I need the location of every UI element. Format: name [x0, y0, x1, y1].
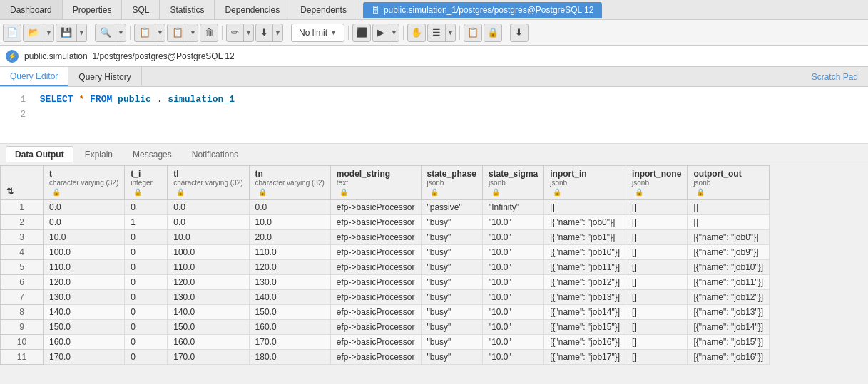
find-button[interactable]: 🔍 ▼: [95, 24, 126, 42]
table-cell: [{"name": "job10"}]: [688, 260, 770, 275]
sort-icon: ⇅: [6, 187, 14, 197]
table-row[interactable]: 5110.00110.0120.0efp->basicProcessor"bus…: [1, 260, 770, 275]
columns-button[interactable]: ☰ ▼: [427, 24, 456, 42]
run-icon: ▶: [373, 24, 389, 41]
tab-query-history[interactable]: Query History: [68, 67, 141, 86]
connection-status-icon: ⚡: [6, 50, 19, 63]
columns-dropdown-arrow[interactable]: ▼: [445, 24, 455, 41]
top-nav: Dashboard Properties SQL Statistics Depe…: [0, 0, 868, 20]
table-cell: 110.0: [168, 260, 249, 275]
table-row[interactable]: 8140.00140.0150.0efp->basicProcessor"bus…: [1, 305, 770, 320]
run-dropdown-arrow[interactable]: ▼: [389, 24, 399, 41]
line-number-2: 2: [9, 108, 26, 122]
col-type-state-phase: jsonb: [427, 179, 476, 187]
table-row[interactable]: 6120.00120.0130.0efp->basicProcessor"bus…: [1, 275, 770, 290]
paste-button[interactable]: 📋 ▼: [167, 24, 198, 42]
save-dropdown-arrow[interactable]: ▼: [76, 24, 86, 41]
col-header-tl[interactable]: tl character varying (32) 🔒: [168, 166, 249, 200]
tab-query-editor[interactable]: Query Editor: [0, 67, 68, 86]
tab-explain[interactable]: Explain: [76, 147, 121, 162]
col-name-tl: tl: [173, 169, 242, 179]
table-row[interactable]: 310.0010.020.0efp->basicProcessor"busy""…: [1, 230, 770, 245]
save-icon: 💾: [56, 24, 76, 41]
find-dropdown-arrow[interactable]: ▼: [116, 24, 126, 41]
table-cell: []: [626, 260, 688, 275]
col-header-ti[interactable]: t_i integer 🔒: [125, 166, 168, 200]
new-file-button[interactable]: 📄: [3, 24, 21, 42]
stop-button[interactable]: ⬛: [352, 24, 371, 42]
table-row[interactable]: 9150.00150.0160.0efp->basicProcessor"bus…: [1, 320, 770, 335]
table-row[interactable]: 10.000.00.0efp->basicProcessor"passive""…: [1, 200, 770, 215]
open-button[interactable]: 📂 ▼: [23, 24, 54, 42]
col-header-inport-in[interactable]: inport_in jsonb 🔒: [544, 166, 626, 200]
copy-button[interactable]: 📋 ▼: [134, 24, 165, 42]
table-cell: 120.0: [168, 275, 249, 290]
nav-dependents[interactable]: Dependents: [290, 0, 357, 19]
table-row[interactable]: 11170.00170.0180.0efp->basicProcessor"bu…: [1, 350, 770, 365]
nav-dashboard[interactable]: Dashboard: [0, 0, 63, 19]
table-cell: efp->basicProcessor: [330, 200, 421, 215]
table-cell: 130.0: [168, 290, 249, 305]
delete-button[interactable]: 🗑: [200, 24, 218, 42]
table-cell: "busy": [421, 320, 482, 335]
move-button[interactable]: ✋: [407, 24, 426, 42]
save-button[interactable]: 💾 ▼: [56, 24, 87, 42]
col-header-tn[interactable]: tn character varying (32) 🔒: [249, 166, 330, 200]
paste-dropdown-arrow[interactable]: ▼: [188, 24, 198, 41]
col-header-t[interactable]: t character varying (32) 🔒: [44, 166, 125, 200]
col-type-outport-out: jsonb: [693, 179, 763, 187]
sql-select: SELECT: [40, 94, 73, 105]
sql-editor[interactable]: 1 SELECT * FROM public . simulation_1 2: [0, 87, 868, 144]
copy-dropdown-arrow[interactable]: ▼: [155, 24, 165, 41]
table-cell: 120.0: [44, 275, 125, 290]
data-table-wrapper[interactable]: ⇅ t character varying (32) 🔒 t_i integer…: [0, 165, 868, 384]
col-header-state-sigma[interactable]: state_sigma jsonb 🔒: [482, 166, 543, 200]
limit-select[interactable]: No limit ▼: [291, 24, 344, 42]
tab-notifications[interactable]: Notifications: [183, 147, 247, 162]
nav-statistics[interactable]: Statistics: [160, 0, 215, 19]
col-header-model-string[interactable]: model_string text 🔒: [330, 166, 421, 200]
clipboard-button[interactable]: 📋: [464, 24, 482, 42]
table-cell: 10.0: [44, 230, 125, 245]
scratch-pad-button[interactable]: Scratch Pad: [802, 67, 868, 86]
col-header-outport-out[interactable]: outport_out jsonb 🔒: [688, 166, 770, 200]
active-query-tab[interactable]: 🗄 public.simulation_1/postgres/postgres@…: [363, 2, 603, 18]
table-cell: efp->basicProcessor: [330, 350, 421, 365]
table-cell: [{"name": "job9"}]: [688, 245, 770, 260]
export-button[interactable]: 🔒: [484, 24, 502, 42]
nav-properties[interactable]: Properties: [63, 0, 123, 19]
table-cell: 130.0: [249, 275, 330, 290]
table-cell: "busy": [421, 230, 482, 245]
table-row[interactable]: 4100.00100.0110.0efp->basicProcessor"bus…: [1, 245, 770, 260]
edit-button[interactable]: ✏ ▼: [226, 24, 254, 42]
open-dropdown-arrow[interactable]: ▼: [44, 24, 53, 41]
tab-data-output[interactable]: Data Output: [6, 146, 73, 162]
download-button[interactable]: ⬇: [510, 24, 529, 42]
table-cell: "busy": [421, 215, 482, 230]
table-row[interactable]: 7130.00130.0140.0efp->basicProcessor"bus…: [1, 290, 770, 305]
table-cell: 0: [125, 230, 168, 245]
table-cell: []: [626, 230, 688, 245]
edit-dropdown-arrow[interactable]: ▼: [243, 24, 253, 41]
export-icon: 🔒: [487, 27, 499, 38]
sep2: [130, 26, 131, 40]
db-icon: 🗄: [372, 6, 379, 14]
col-header-state-phase[interactable]: state_phase jsonb 🔒: [421, 166, 482, 200]
table-cell: 0: [125, 350, 168, 365]
tab-messages[interactable]: Messages: [124, 147, 180, 162]
table-cell: [{"name": "job1"}]: [544, 230, 626, 245]
edit-icon: ✏: [227, 24, 243, 41]
table-row[interactable]: 10160.00160.0170.0efp->basicProcessor"bu…: [1, 335, 770, 350]
col-header-inport-none[interactable]: inport_none jsonb 🔒: [626, 166, 688, 200]
row-number: 11: [1, 350, 44, 365]
table-row[interactable]: 20.010.010.0efp->basicProcessor"busy""10…: [1, 215, 770, 230]
nav-sql[interactable]: SQL: [122, 0, 160, 19]
run-button[interactable]: ▶ ▼: [372, 24, 399, 42]
table-cell: efp->basicProcessor: [330, 305, 421, 320]
filter-button[interactable]: ⬇ ▼: [255, 24, 283, 42]
active-tab-label: public.simulation_1/postgres/postgres@Po…: [384, 5, 594, 15]
nav-dependencies[interactable]: Dependencies: [215, 0, 290, 19]
toolbar: 📄 📂 ▼ 💾 ▼ 🔍 ▼ 📋 ▼ 📋 ▼ 🗑 ✏ ▼ ⬇ ▼ No limit: [0, 20, 868, 46]
filter-dropdown-arrow[interactable]: ▼: [272, 24, 282, 41]
col-name-t: t: [49, 169, 118, 179]
